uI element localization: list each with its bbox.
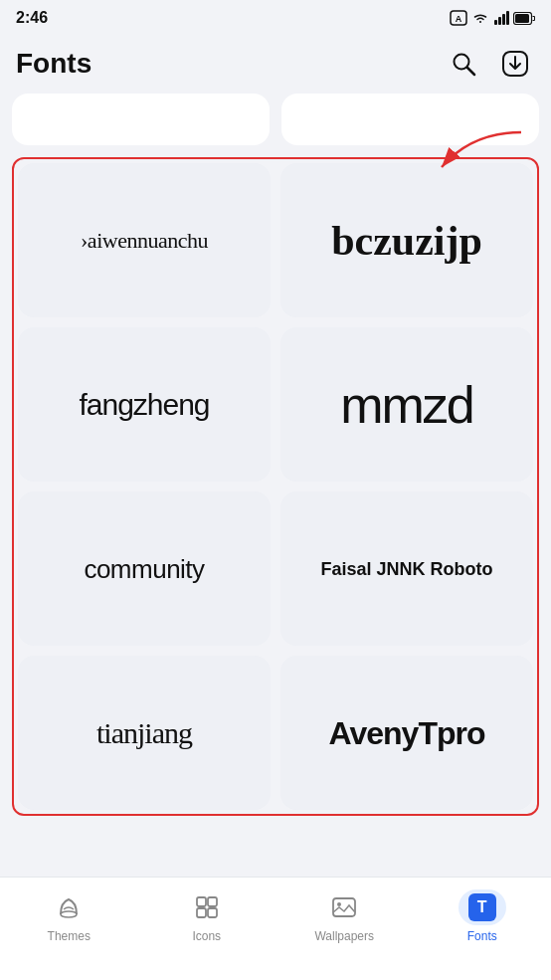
nav-item-icons[interactable]: Icons	[167, 889, 247, 943]
font-card-text: Faisal JNNK Roboto	[308, 548, 504, 590]
svg-rect-7	[515, 14, 529, 23]
header: Fonts	[0, 36, 551, 94]
nav-icon-icons-wrap	[183, 889, 231, 925]
download-button[interactable]	[495, 44, 535, 84]
wifi-icon	[471, 10, 489, 26]
font-card-faisal-jnnk-roboto[interactable]: Faisal JNNK Roboto	[280, 491, 533, 646]
svg-line-9	[467, 68, 474, 75]
svg-rect-5	[506, 11, 509, 25]
font-grid: ›aiwennuanchu bczuzijp fangzheng mmzd co…	[18, 163, 533, 810]
partial-card-left	[12, 94, 270, 145]
status-time: 2:46	[16, 9, 48, 27]
font-card-tianjiang[interactable]: tianjiang	[18, 656, 271, 810]
nav-label-themes: Themes	[48, 929, 91, 943]
svg-rect-3	[498, 17, 501, 25]
themes-icon	[56, 894, 82, 920]
font-card-bczuzijp[interactable]: bczuzijp	[280, 163, 533, 317]
bottom-nav: Themes Icons Wallpapers T Fonts	[0, 877, 551, 980]
nav-icon-wallpapers-wrap	[320, 889, 368, 925]
nav-icon-fonts-wrap: T	[459, 889, 506, 925]
nav-label-icons: Icons	[192, 929, 221, 943]
font-card-text: ›aiwennuanchu	[69, 218, 220, 264]
font-card-text: tianjiang	[85, 706, 204, 760]
wallpapers-icon	[331, 894, 357, 920]
svg-rect-16	[208, 908, 217, 917]
nav-item-themes[interactable]: Themes	[29, 889, 108, 943]
font-card-mmzd[interactable]: mmzd	[280, 327, 533, 482]
nav-label-fonts: Fonts	[467, 929, 497, 943]
font-card-text: fangzheng	[67, 378, 221, 432]
icons-icon	[194, 894, 220, 920]
font-card-text: AvenyTpro	[317, 705, 497, 761]
fonts-icon: T	[468, 893, 496, 921]
scrolled-content	[0, 94, 551, 153]
svg-rect-13	[197, 897, 206, 906]
partial-row	[12, 94, 539, 145]
font-card-text: bczuzijp	[319, 208, 494, 274]
font-grid-wrapper: ›aiwennuanchu bczuzijp fangzheng mmzd co…	[12, 157, 539, 816]
header-actions	[444, 44, 535, 84]
svg-point-18	[337, 902, 341, 906]
svg-rect-15	[197, 908, 206, 917]
font-card-aiwennuanchu[interactable]: ›aiwennuanchu	[18, 163, 271, 317]
page-title: Fonts	[16, 48, 92, 80]
font-card-avenytpro[interactable]: AvenyTpro	[280, 656, 533, 810]
search-button[interactable]	[444, 44, 483, 84]
svg-text:A: A	[456, 14, 462, 24]
a-icon: A	[450, 10, 467, 26]
svg-rect-4	[502, 14, 505, 25]
download-icon	[501, 50, 529, 78]
svg-rect-14	[208, 897, 217, 906]
font-card-text: mmzd	[328, 367, 485, 443]
nav-label-wallpapers: Wallpapers	[314, 929, 374, 943]
nav-item-wallpapers[interactable]: Wallpapers	[304, 889, 384, 943]
search-icon	[451, 51, 476, 77]
nav-icon-themes-wrap	[45, 889, 92, 925]
status-icons: A	[450, 10, 535, 26]
font-card-community[interactable]: community	[18, 491, 271, 646]
status-bar: 2:46 A	[0, 0, 551, 36]
nav-item-fonts[interactable]: T Fonts	[443, 889, 522, 943]
svg-point-12	[61, 911, 77, 917]
partial-card-right	[281, 94, 539, 145]
battery-icon	[513, 12, 535, 25]
svg-rect-2	[494, 20, 497, 25]
signal-icon	[493, 10, 509, 26]
font-card-fangzheng[interactable]: fangzheng	[18, 327, 271, 482]
font-card-text: community	[72, 544, 216, 594]
